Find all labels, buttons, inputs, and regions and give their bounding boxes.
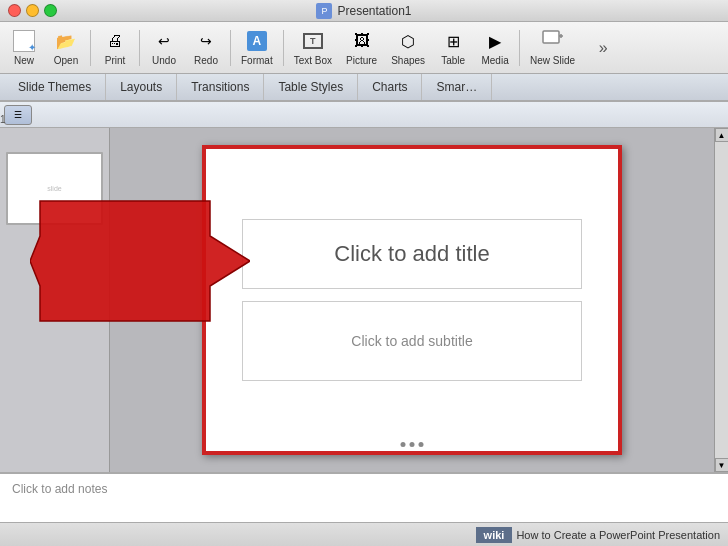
sep4 [283,30,284,66]
open-label: Open [54,55,78,66]
window-title: Presentation1 [337,4,411,18]
dot1 [401,442,406,447]
table-icon: ⊞ [441,29,465,53]
table-label: Table [441,55,465,66]
format-icon: A [245,29,269,53]
scroll-dots [401,442,424,447]
redo-icon: ↪ [194,29,218,53]
format-button[interactable]: A Format [235,26,279,69]
new-label: New [14,55,34,66]
sep2 [139,30,140,66]
scroll-up-arrow[interactable]: ▲ [715,128,729,142]
tab-charts[interactable]: Charts [358,74,422,100]
canvas-area: Click to add title Click to add subtitle [110,128,714,472]
wiki-badge: wiki [476,527,513,543]
new-button[interactable]: New [4,26,44,69]
undo-label: Undo [152,55,176,66]
undo-icon: ↩ [152,29,176,53]
table-button[interactable]: ⊞ Table [433,26,473,69]
sep5 [519,30,520,66]
textbox-icon: T [301,29,325,53]
format-label: Format [241,55,273,66]
window-title-area: P Presentation1 [316,3,411,19]
tab-table-styles[interactable]: Table Styles [264,74,358,100]
more-button[interactable]: » [583,33,623,63]
tab-smartart[interactable]: Smar… [422,74,492,100]
toolbar: New 📂 Open 🖨 Print ↩ Undo ↪ Redo A Forma… [0,22,728,74]
picture-button[interactable]: 🖼 Picture [340,26,383,69]
main-area: 1 slide Click to add title Click to add … [0,128,728,472]
scroll-track[interactable] [715,142,728,458]
print-button[interactable]: 🖨 Print [95,26,135,69]
new-slide-icon [541,29,565,53]
notes-placeholder: Click to add notes [12,482,107,496]
vertical-scrollbar: ▲ ▼ [714,128,728,472]
shapes-label: Shapes [391,55,425,66]
print-label: Print [105,55,126,66]
open-icon: 📂 [54,29,78,53]
sep3 [230,30,231,66]
dot3 [419,442,424,447]
new-icon [12,29,36,53]
slide-thumbnail-1[interactable]: slide [6,152,103,225]
svg-rect-0 [543,31,559,43]
textbox-label: Text Box [294,55,332,66]
picture-label: Picture [346,55,377,66]
sep1 [90,30,91,66]
shapes-button[interactable]: ⬡ Shapes [385,26,431,69]
more-icon: » [591,36,615,60]
tab-slide-themes[interactable]: Slide Themes [4,74,106,100]
title-bar: P Presentation1 [0,0,728,22]
view-bar: ☰ [0,102,728,128]
new-slide-label: New Slide [530,55,575,66]
app-icon: P [316,3,332,19]
picture-icon: 🖼 [350,29,374,53]
media-icon: ▶ [483,29,507,53]
dot2 [410,442,415,447]
slide-1-container: 1 slide [6,136,103,225]
new-slide-button[interactable]: New Slide [524,26,581,69]
subtitle-placeholder[interactable]: Click to add subtitle [242,301,582,381]
media-button[interactable]: ▶ Media [475,26,515,69]
tab-layouts[interactable]: Layouts [106,74,177,100]
redo-button[interactable]: ↪ Redo [186,26,226,69]
minimize-button[interactable] [26,4,39,17]
undo-button[interactable]: ↩ Undo [144,26,184,69]
slide-canvas[interactable]: Click to add title Click to add subtitle [202,145,622,455]
print-icon: 🖨 [103,29,127,53]
textbox-button[interactable]: T Text Box [288,26,338,69]
media-label: Media [481,55,508,66]
close-button[interactable] [8,4,21,17]
redo-label: Redo [194,55,218,66]
window-controls [8,4,57,17]
how-to-text: How to Create a PowerPoint Presentation [516,529,720,541]
slide-panel: 1 slide [0,128,110,472]
shapes-icon: ⬡ [396,29,420,53]
status-bar: wiki How to Create a PowerPoint Presenta… [0,522,728,546]
normal-view-button[interactable]: ☰ [4,105,32,125]
notes-area[interactable]: Click to add notes [0,472,728,522]
open-button[interactable]: 📂 Open [46,26,86,69]
scroll-down-arrow[interactable]: ▼ [715,458,729,472]
tab-transitions[interactable]: Transitions [177,74,264,100]
maximize-button[interactable] [44,4,57,17]
ribbon-tabs: Slide Themes Layouts Transitions Table S… [0,74,728,102]
title-placeholder[interactable]: Click to add title [242,219,582,289]
